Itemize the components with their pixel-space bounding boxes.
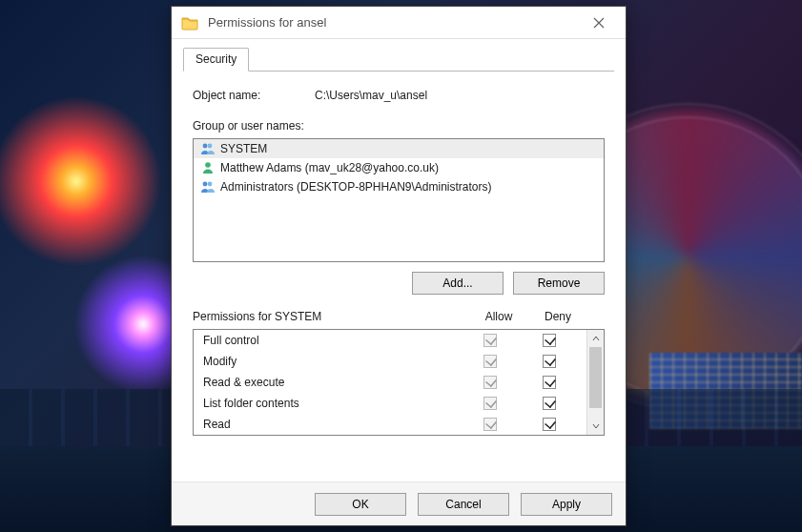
user-list-buttons: Add... Remove <box>193 272 605 295</box>
group-or-user-names-label: Group or user names: <box>193 119 605 133</box>
deny-column-header: Deny <box>528 310 587 323</box>
deny-checkbox[interactable] <box>543 418 556 431</box>
user-row[interactable]: SYSTEM <box>194 139 604 158</box>
group-icon <box>199 179 216 194</box>
permissions-scrollbar[interactable] <box>586 330 604 435</box>
svg-point-3 <box>203 182 208 187</box>
deny-checkbox[interactable] <box>543 397 556 410</box>
permission-row: Modify <box>194 351 586 372</box>
dialog-title: Permissions for ansel <box>208 15 578 30</box>
user-row[interactable]: Matthew Adams (mav_uk28@yahoo.co.uk) <box>194 158 604 177</box>
svg-point-4 <box>208 182 213 187</box>
permissions-for-label: Permissions for SYSTEM <box>193 310 469 323</box>
allow-checkbox <box>483 376 497 389</box>
permission-name: Read & execute <box>201 376 461 389</box>
permissions-dialog: Permissions for ansel Security Object na… <box>171 6 627 526</box>
dialog-content: Object name: C:\Users\mav_u\ansel Group … <box>172 72 626 481</box>
object-name-row: Object name: C:\Users\mav_u\ansel <box>193 89 605 102</box>
tab-strip: Security <box>172 39 626 71</box>
dialog-footer: OK Cancel Apply <box>172 481 626 525</box>
permission-row: Full control <box>194 330 586 351</box>
cancel-button[interactable]: Cancel <box>418 493 509 516</box>
allow-checkbox <box>483 355 497 368</box>
group-icon <box>199 141 216 156</box>
scroll-thumb[interactable] <box>589 347 602 408</box>
close-icon <box>593 17 605 29</box>
add-button[interactable]: Add... <box>412 272 504 295</box>
user-icon <box>199 160 216 175</box>
permission-name: Full control <box>201 334 461 347</box>
svg-point-1 <box>208 144 213 149</box>
allow-column-header: Allow <box>469 310 528 323</box>
user-name: Matthew Adams (mav_uk28@yahoo.co.uk) <box>220 161 439 174</box>
allow-checkbox <box>483 334 497 347</box>
user-list[interactable]: SYSTEMMatthew Adams (mav_uk28@yahoo.co.u… <box>193 138 605 262</box>
permission-row: Read <box>194 414 586 435</box>
tab-security[interactable]: Security <box>183 48 249 72</box>
permission-name: Read <box>201 418 461 431</box>
permissions-list[interactable]: Full controlModifyRead & executeList fol… <box>194 330 586 435</box>
permission-name: List folder contents <box>201 397 461 410</box>
user-row[interactable]: Administrators (DESKTOP-8PHHAN9\Administ… <box>194 177 604 196</box>
object-name-value: C:\Users\mav_u\ansel <box>315 89 427 102</box>
permission-row: List folder contents <box>194 393 586 414</box>
apply-button[interactable]: Apply <box>521 493 612 516</box>
allow-checkbox <box>483 418 497 431</box>
close-button[interactable] <box>578 10 620 36</box>
scroll-up-arrow-icon[interactable] <box>587 330 604 347</box>
user-name: Administrators (DESKTOP-8PHHAN9\Administ… <box>220 180 492 194</box>
permissions-list-container: Full controlModifyRead & executeList fol… <box>193 329 605 436</box>
deny-checkbox[interactable] <box>543 355 556 368</box>
permission-name: Modify <box>201 355 461 368</box>
ok-button[interactable]: OK <box>315 493 406 516</box>
svg-point-2 <box>205 162 211 168</box>
remove-button[interactable]: Remove <box>513 272 605 295</box>
scroll-down-arrow-icon[interactable] <box>587 418 604 435</box>
user-name: SYSTEM <box>220 142 267 155</box>
allow-checkbox <box>483 397 497 410</box>
svg-point-0 <box>203 144 208 149</box>
permission-row: Read & execute <box>194 372 586 393</box>
object-name-label: Object name: <box>193 89 315 102</box>
deny-checkbox[interactable] <box>543 376 556 389</box>
permissions-header: Permissions for SYSTEM Allow Deny <box>193 310 605 323</box>
deny-checkbox[interactable] <box>543 334 556 347</box>
titlebar: Permissions for ansel <box>172 7 626 39</box>
folder-icon <box>181 15 198 31</box>
